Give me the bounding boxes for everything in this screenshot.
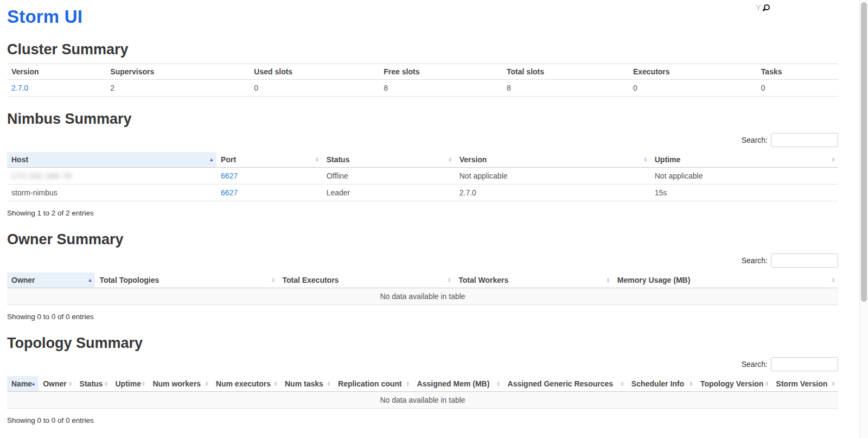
table-cell: Not applicable [455, 168, 650, 185]
column-header-topology-version[interactable]: Topology Version▲▼ [696, 376, 771, 392]
column-label: Total Topologies [99, 276, 159, 284]
topology-search-input[interactable] [771, 357, 838, 371]
sort-icon: ▲▼ [327, 381, 331, 386]
page-scrollbar[interactable] [859, 0, 868, 438]
column-label: Uptime [655, 155, 680, 164]
column-label: Version [11, 67, 39, 76]
sort-icon: ▲▼ [831, 277, 835, 283]
column-header-assigned-generic-resources[interactable]: Assigned Generic Resources▲▼ [503, 376, 627, 392]
sort-icon: ▲▼ [205, 381, 209, 386]
cluster-summary-table: VersionSupervisorsUsed slotsFree slotsTo… [7, 64, 838, 97]
sort-icon: ▲▼ [620, 381, 624, 386]
empty-table-row: No data available in table [7, 288, 838, 305]
column-header-num-executors[interactable]: Num executors▲▼ [212, 376, 280, 392]
nimbus-summary-table: Host▲Port▲▼Status▲▼Version▲▼Uptime▲▼ 172… [7, 152, 838, 201]
redacted-host: 172.232.184.78 [11, 172, 72, 180]
table-cell: Offline [322, 168, 455, 185]
column-header-status[interactable]: Status▲▼ [75, 376, 111, 392]
column-label: Num workers [152, 379, 201, 388]
column-header-scheduler-info[interactable]: Scheduler Info▲▼ [627, 376, 696, 392]
sort-icon: ▲▼ [406, 381, 410, 386]
cell-link[interactable]: 6627 [221, 172, 238, 180]
cluster-header-row: VersionSupervisorsUsed slotsFree slotsTo… [7, 64, 838, 80]
page-title: Storm UI [7, 7, 838, 27]
table-row: 2.7.0208800 [7, 80, 838, 97]
column-label: Replication count [338, 379, 401, 388]
column-label: Assigned Mem (MB) [417, 379, 490, 388]
table-cell: Not applicable [650, 168, 838, 185]
column-header-storm-version[interactable]: Storm Version▲▼ [771, 376, 838, 392]
search-label: Search: [742, 136, 768, 144]
table-cell: storm-nimbus [7, 185, 216, 201]
search-label: Search: [742, 256, 768, 265]
column-header-status[interactable]: Status▲▼ [322, 152, 455, 168]
column-header-num-workers[interactable]: Num workers▲▼ [148, 376, 211, 392]
column-label: Topology Version [700, 379, 763, 388]
owner-header-row: Owner▲Total Topologies▲▼Total Executors▲… [7, 272, 838, 288]
cell-link[interactable]: 6627 [221, 188, 238, 197]
sort-icon: ▲▼ [104, 381, 108, 386]
column-header-total-topologies[interactable]: Total Topologies▲▼ [95, 272, 278, 288]
column-label: Host [11, 155, 28, 164]
column-label: Owner [43, 379, 67, 388]
sort-icon: ▲▼ [271, 277, 276, 283]
sort-icon: ▲▼ [606, 277, 610, 283]
column-header-name[interactable]: Name▲ [7, 376, 39, 392]
column-header-uptime[interactable]: Uptime▲▼ [650, 152, 838, 168]
sort-icon: ▲▼ [447, 277, 451, 283]
column-header-port[interactable]: Port▲▼ [216, 152, 322, 168]
nimbus-header-row: Host▲Port▲▼Status▲▼Version▲▼Uptime▲▼ [7, 152, 838, 168]
column-header-uptime[interactable]: Uptime▲▼ [111, 376, 148, 392]
scrollbar-thumb[interactable] [861, 2, 867, 302]
column-header-owner[interactable]: Owner▲▼ [39, 376, 75, 392]
column-header-version[interactable]: Version▲▼ [455, 152, 650, 168]
sort-icon: ▲▼ [831, 157, 835, 162]
column-header-total-workers[interactable]: Total Workers▲▼ [454, 272, 613, 288]
column-label: Name [11, 379, 32, 388]
column-label: Status [327, 155, 350, 164]
column-header-host[interactable]: Host▲ [7, 152, 216, 168]
column-header-memory-usage-mb[interactable]: Memory Usage (MB)▲▼ [613, 272, 838, 288]
column-header-tasks: Tasks [757, 64, 838, 80]
empty-table-message: No data available in table [7, 288, 838, 305]
table-cell: 0 [629, 80, 757, 97]
table-row: storm-nimbus6627Leader2.7.015s [7, 185, 838, 201]
column-header-owner[interactable]: Owner▲ [7, 272, 95, 288]
owner-entries-info: Showing 0 to 0 of 0 entries [7, 313, 838, 321]
search-label: Search: [742, 360, 768, 369]
header-icons: Y [756, 3, 770, 12]
column-header-replication-count[interactable]: Replication count▲▼ [334, 376, 413, 392]
sort-icon: ▲▼ [448, 157, 452, 162]
cluster-summary-heading: Cluster Summary [7, 41, 838, 58]
column-label: Assigned Generic Resources [508, 379, 614, 388]
cell-link[interactable]: 2.7.0 [11, 84, 28, 92]
table-cell: 8 [502, 80, 629, 97]
column-header-supervisors: Supervisors [106, 64, 250, 80]
sort-icon: ▲▼ [831, 381, 835, 386]
nimbus-summary-heading: Nimbus Summary [7, 111, 838, 128]
table-cell: 6627 [216, 185, 322, 201]
column-label: Scheduler Info [631, 379, 684, 388]
sort-icon: ▲▼ [689, 381, 693, 386]
owner-search-input[interactable] [771, 253, 838, 268]
owner-summary-table: Owner▲Total Topologies▲▼Total Executors▲… [7, 272, 838, 305]
table-cell: 0 [250, 80, 379, 97]
owner-search-row: Search: [7, 253, 838, 268]
table-cell: 2.7.0 [455, 185, 650, 201]
column-label: Port [221, 155, 236, 164]
column-header-assigned-mem-mb[interactable]: Assigned Mem (MB)▲▼ [413, 376, 503, 392]
owner-summary-heading: Owner Summary [7, 231, 838, 248]
table-cell: 0 [757, 80, 838, 97]
column-header-num-tasks[interactable]: Num tasks▲▼ [280, 376, 334, 392]
column-label: Num tasks [285, 379, 323, 388]
main-content: Storm UI Cluster Summary VersionSupervis… [7, 7, 838, 438]
nimbus-search-input[interactable] [771, 133, 838, 147]
column-label: Status [80, 379, 103, 388]
filter-icon[interactable]: Y [756, 3, 761, 12]
search-icon[interactable] [764, 4, 770, 10]
column-header-version: Version [7, 64, 106, 80]
table-row: 172.232.184.786627OfflineNot applicableN… [7, 168, 838, 185]
column-label: Owner [11, 276, 35, 284]
column-header-total-executors[interactable]: Total Executors▲▼ [278, 272, 454, 288]
topology-search-row: Search: [7, 357, 838, 371]
